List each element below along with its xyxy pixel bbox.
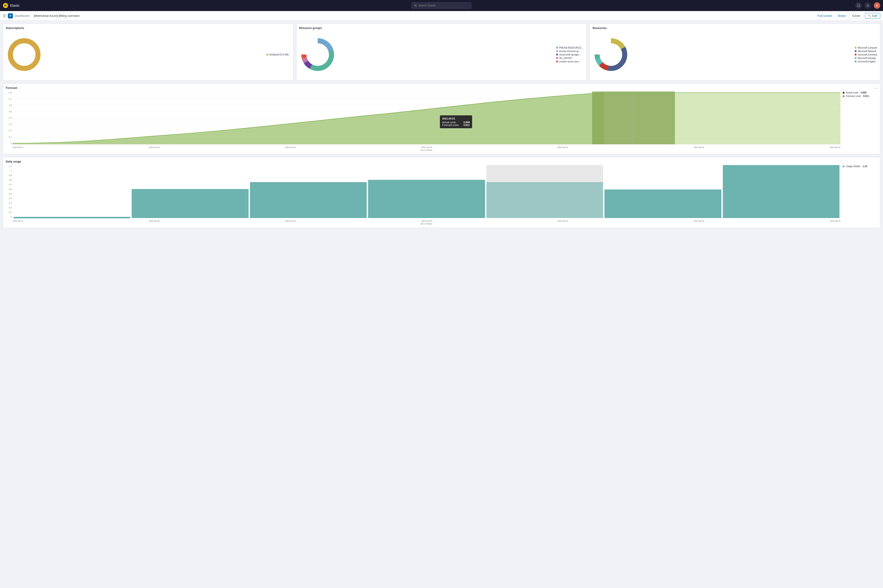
usage-x-label: per 24 hours	[13, 223, 840, 225]
usage-legend-label: Usage Details	[846, 165, 860, 168]
search-icon	[414, 4, 417, 7]
forecast-x-label: per 24 hours	[13, 149, 840, 151]
svg-point-13	[309, 46, 327, 63]
fullscreen-button[interactable]: Full screen	[816, 13, 834, 18]
search-placeholder: Search Elastic	[418, 4, 436, 7]
tooltip-actual-value: 0.808	[463, 121, 470, 124]
svg-line-2	[416, 6, 417, 7]
breadcrumb-current: [Metricbeat Azure] Billing overview	[34, 14, 79, 18]
legend-label-4: monitor-azure-reso-...	[559, 60, 581, 63]
breadcrumb-home[interactable]: Dashboard	[15, 14, 30, 18]
app-name: Elastic	[10, 4, 19, 8]
tooltip-actual-label: Actual costs	[442, 121, 456, 124]
svg-point-7	[15, 46, 33, 63]
resources-legend-label-2: microsoft.eventhub	[858, 53, 877, 56]
forecast-svg	[13, 92, 840, 144]
search-bar[interactable]: Search Elastic	[412, 2, 471, 9]
resources-donut-chart	[592, 36, 629, 73]
resources-legend-label-3: Microsoft.Storage	[858, 57, 876, 59]
legend-item-2: cloud-shell-storage-...	[556, 53, 584, 56]
subscriptions-panel: Subscriptions 8c63bedf-67cf-496...	[3, 24, 294, 81]
forecast-panel: Forecast ⋯ 0.8 0.7 0.6 0.5 0.4 0.3 0.2 0…	[3, 83, 880, 154]
resources-panel: Resources	[589, 24, 880, 81]
legend-item-4: monitor-azure-reso-...	[556, 60, 584, 63]
forecast-tooltip: 2021-05-01 Actual costs 0.808 Forecast c…	[440, 116, 472, 128]
forecast-legend-actual-label: Actual costs	[846, 92, 858, 94]
resource-groups-panel: Resource groups	[296, 24, 587, 81]
clone-button[interactable]: Clone	[849, 13, 863, 19]
usage-bar-5	[604, 165, 721, 218]
resources-legend-item-2: microsoft.eventhub	[855, 53, 877, 56]
usage-legend-value: 1.19	[862, 165, 867, 168]
top-navigation: Elastic Search Elastic ? D	[0, 0, 883, 11]
svg-text:?: ?	[858, 5, 859, 7]
tooltip-date: 2021-05-01	[442, 117, 470, 120]
forecast-legend-actual: Actual costs 0.808	[843, 92, 877, 94]
legend-item-3: SD_GROUP	[556, 57, 584, 59]
resources-legend-item-1: Microsoft.Network	[855, 50, 877, 52]
resources-title: Resources	[592, 27, 877, 30]
resources-legend-label-1: Microsoft.Network	[858, 50, 876, 52]
hamburger-icon[interactable]: ☰	[3, 14, 6, 18]
forecast-legend-forecast-value: 0.811	[863, 95, 869, 98]
tooltip-forecast-row: Forecast costs 0.811	[442, 124, 470, 126]
usage-x-axis: 2021-04-27 2021-04-28 2021-04-29 2021-04…	[13, 220, 840, 222]
legend-item-0: PMUSA-RESOURCE-...	[556, 46, 584, 49]
breadcrumb-actions: Full screen Share Clone ✏️ Edit	[816, 13, 880, 19]
help-icon[interactable]: ?	[855, 2, 862, 9]
resources-legend: Microsoft.Compute Microsoft.Network micr…	[855, 46, 877, 63]
legend-label-1: pmusa-resource-gr-...	[559, 50, 581, 52]
usage-bar-4	[486, 165, 603, 218]
resources-legend-label-4: microsoft.insights	[858, 60, 876, 63]
resources-legend-item-0: Microsoft.Compute	[855, 46, 877, 49]
forecast-x-axis: 2021-04-27 2021-04-28 2021-04-29 2021-04…	[13, 146, 840, 148]
resource-groups-chart-container: PMUSA-RESOURCE-... pmusa-resource-gr-...…	[299, 32, 584, 78]
usage-bar-0	[13, 165, 130, 218]
resource-groups-donut-chart	[299, 36, 336, 73]
elastic-logo-icon	[3, 3, 8, 8]
breadcrumb-separator: /	[31, 14, 32, 18]
svg-point-5	[868, 6, 868, 7]
resources-chart-container: Microsoft.Compute Microsoft.Network micr…	[592, 32, 877, 78]
resources-legend-item-4: microsoft.insights	[855, 60, 877, 63]
forecast-legend-forecast-label: Forecast costs	[846, 95, 861, 98]
usage-legend: Usage Details 1.19	[843, 165, 877, 168]
main-content: Subscriptions 8c63bedf-67cf-496... Resou…	[0, 21, 883, 234]
subscriptions-chart-container: 8c63bedf-67cf-496...	[6, 32, 291, 78]
nav-right-actions: ? D	[855, 2, 880, 9]
user-avatar[interactable]: D	[874, 2, 880, 9]
legend-label-3: SD_GROUP	[559, 57, 572, 59]
pencil-icon: ✏️	[868, 14, 871, 17]
usage-legend-item: Usage Details 1.19	[843, 165, 877, 168]
daily-usage-title: Daily usage	[6, 160, 877, 163]
legend-label-0: PMUSA-RESOURCE-...	[559, 46, 584, 49]
legend-dot	[266, 54, 268, 56]
resource-groups-title: Resource groups	[299, 27, 584, 30]
usage-legend-dot	[843, 165, 844, 167]
usage-bar-6	[723, 165, 840, 218]
subscriptions-donut-chart	[6, 36, 43, 73]
edit-label: Edit	[872, 14, 877, 18]
legend-item: 8c63bedf-67cf-496...	[266, 53, 291, 56]
legend-item-1: pmusa-resource-gr-...	[556, 50, 584, 52]
panel-menu-icon[interactable]: ⋯	[874, 86, 878, 90]
usage-bars-container	[13, 165, 840, 218]
forecast-y-axis: 0.8 0.7 0.6 0.5 0.4 0.3 0.2 0.1 0	[6, 92, 13, 144]
forecast-chart-body: 2021-05-01 Actual costs 0.808 Forecast c…	[13, 92, 840, 144]
forecast-legend: Actual costs 0.808 Forecast costs 0.811	[843, 92, 877, 98]
donut-panels-row: Subscriptions 8c63bedf-67cf-496... Resou…	[3, 24, 880, 81]
subscriptions-title: Subscriptions	[6, 27, 291, 30]
share-button[interactable]: Share	[836, 13, 847, 18]
usage-y-axis: 1.1 1 0.9 0.8 0.7 0.6 0.5 0.4 0.3 0.2 0.…	[6, 165, 13, 218]
svg-point-19	[602, 46, 620, 63]
resources-legend-item-3: Microsoft.Storage	[855, 57, 877, 59]
legend-label-2: cloud-shell-storage-...	[559, 53, 581, 56]
forecast-legend-actual-value: 0.808	[861, 92, 867, 94]
app-logo[interactable]: Elastic	[3, 3, 19, 8]
edit-button[interactable]: ✏️ Edit	[865, 13, 880, 19]
usage-bar-3	[368, 165, 485, 218]
notifications-icon[interactable]	[865, 2, 871, 9]
tooltip-actual-row: Actual costs 0.808	[442, 121, 470, 124]
breadcrumb-bar: ☰ D Dashboard / [Metricbeat Azure] Billi…	[0, 11, 883, 21]
daily-usage-panel: Daily usage 1.1 1 0.9 0.8 0.7 0.6 0.5 0.…	[3, 157, 880, 228]
